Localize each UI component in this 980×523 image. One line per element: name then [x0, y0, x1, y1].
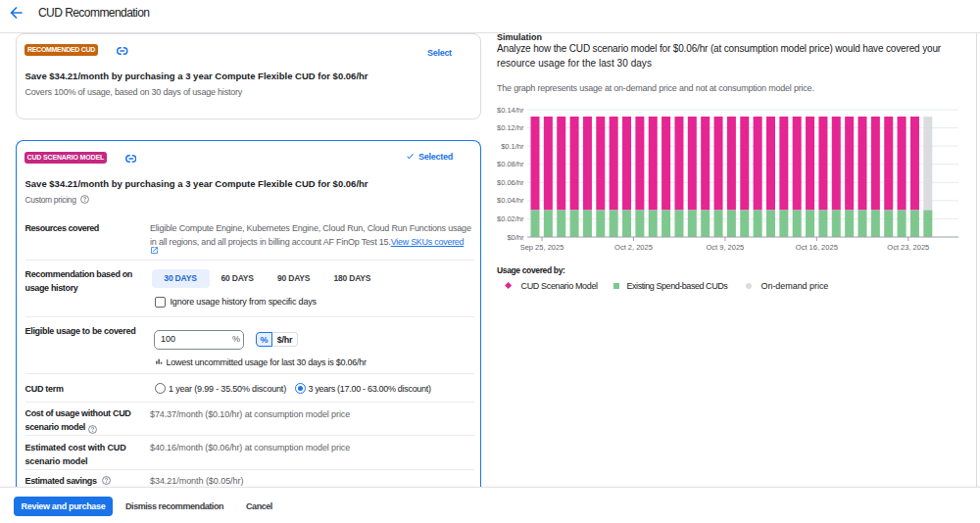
svg-text:Oct 2, 2025: Oct 2, 2025: [614, 243, 653, 252]
svg-text:Sep 25, 2025: Sep 25, 2025: [520, 243, 564, 252]
svg-text:$0.1/hr: $0.1/hr: [501, 142, 524, 151]
svg-text:Oct 16, 2025: Oct 16, 2025: [796, 243, 838, 252]
svg-text:$0.04/hr: $0.04/hr: [497, 196, 524, 205]
svg-text:Oct 23, 2025: Oct 23, 2025: [887, 243, 929, 252]
svg-text:Oct 9, 2025: Oct 9, 2025: [707, 243, 745, 252]
svg-text:$0.12/hr: $0.12/hr: [497, 123, 524, 132]
svg-text:$0.02/hr: $0.02/hr: [497, 214, 524, 223]
svg-text:$0.06/hr: $0.06/hr: [497, 178, 524, 187]
svg-text:$0/hr: $0/hr: [507, 233, 524, 242]
svg-text:$0.08/hr: $0.08/hr: [497, 160, 524, 168]
svg-text:$0.14/hr: $0.14/hr: [497, 106, 524, 115]
